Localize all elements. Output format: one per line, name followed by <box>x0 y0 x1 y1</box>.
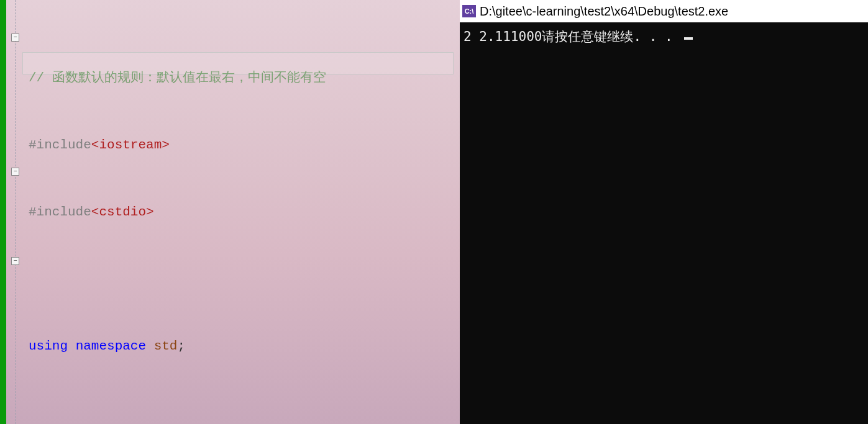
code-line-blank2 <box>29 402 460 424</box>
fold-toggle-main[interactable] <box>11 257 19 265</box>
code-line-using: using namespace std; <box>29 335 460 358</box>
change-marker-bar <box>0 0 6 424</box>
fold-gutter <box>6 0 24 424</box>
code-line-include1: #include<iostream> <box>29 134 460 156</box>
fold-toggle-includes[interactable] <box>11 34 19 42</box>
code-text-area[interactable]: // 函数默认的规则：默认值在最右，中间不能有空 #include<iostre… <box>24 0 460 424</box>
console-pane: C:\ D:\gitee\c-learning\test2\x64\Debug\… <box>460 0 868 424</box>
console-output-text: 2 2.111000请按任意键继续. . . <box>464 29 680 44</box>
fold-toggle-printdate[interactable] <box>11 168 19 176</box>
console-title-bar[interactable]: C:\ D:\gitee\c-learning\test2\x64\Debug\… <box>460 0 868 22</box>
code-editor-pane: // 函数默认的规则：默认值在最右，中间不能有空 #include<iostre… <box>0 0 460 424</box>
console-title-text: D:\gitee\c-learning\test2\x64\Debug\test… <box>480 4 728 19</box>
cmd-icon: C:\ <box>462 5 476 17</box>
code-line-blank1 <box>29 268 460 291</box>
partial-comment-text: // 函数默认的规则：默认值在最右，中间不能有空 <box>29 71 326 85</box>
console-output-area[interactable]: 2 2.111000请按任意键继续. . . <box>460 22 868 424</box>
console-cursor <box>684 37 693 40</box>
code-line-include2: #include<cstdio> <box>29 201 460 223</box>
